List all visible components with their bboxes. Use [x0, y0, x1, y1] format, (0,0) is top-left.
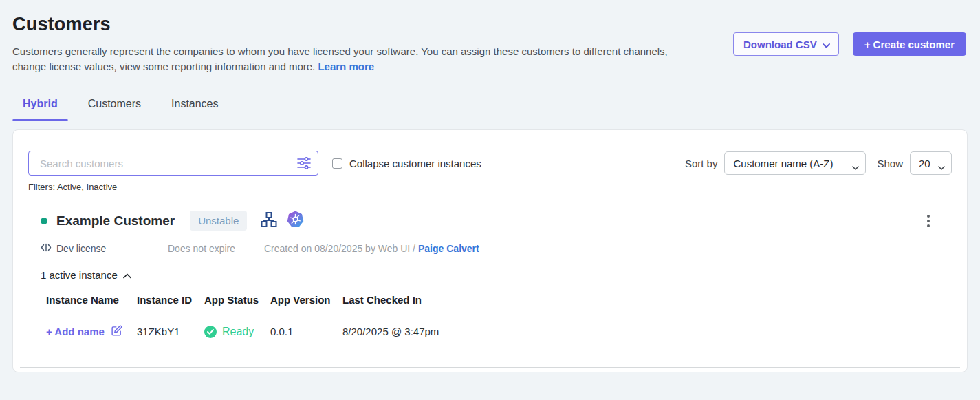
- show-label: Show: [877, 158, 903, 169]
- app-version-cell: 0.0.1: [270, 326, 342, 337]
- chevron-down-icon: [823, 39, 830, 50]
- license-expiration: Does not expire: [168, 243, 264, 254]
- col-header-app-status: App Status: [204, 294, 270, 306]
- license-type-label: Dev license: [56, 243, 106, 254]
- add-name-link[interactable]: + Add name: [46, 325, 122, 339]
- sitemap-icon: [261, 211, 277, 231]
- active-filters-text: Filters: Active, Inactive: [28, 182, 952, 192]
- download-csv-button[interactable]: Download CSV: [733, 32, 839, 56]
- sort-select[interactable]: Customer name (A-Z): [724, 151, 866, 175]
- check-circle-icon: [204, 326, 217, 338]
- customer-row: Example Customer Unstable: [28, 211, 952, 281]
- status-ready-label: Ready: [222, 326, 254, 338]
- edit-pencil-icon: [111, 325, 122, 339]
- col-header-instance-id: Instance ID: [137, 294, 204, 306]
- search-wrap: [28, 151, 318, 176]
- collapse-instances-checkbox[interactable]: [332, 158, 342, 169]
- customer-meta-row: Dev license Does not expire Created on 0…: [41, 242, 952, 255]
- col-header-last-checked-in: Last Checked In: [342, 294, 935, 306]
- collapse-instances-label: Collapse customer instances: [349, 158, 481, 169]
- show-select[interactable]: 20: [910, 151, 952, 175]
- header-actions: Download CSV + Create customer: [733, 32, 966, 56]
- code-license-icon: [41, 242, 52, 255]
- create-customer-button[interactable]: + Create customer: [853, 32, 966, 56]
- app-status-cell: Ready: [204, 325, 270, 338]
- sort-select-wrap: Customer name (A-Z): [724, 151, 866, 175]
- col-header-app-version: App Version: [270, 294, 342, 306]
- tab-instances[interactable]: Instances: [161, 98, 228, 120]
- instances-table-header: Instance Name Instance ID App Status App…: [46, 294, 935, 306]
- instance-id-cell: 31ZKbY1: [137, 326, 204, 337]
- tab-customers[interactable]: Customers: [78, 98, 151, 120]
- instance-name-cell: + Add name: [46, 325, 137, 339]
- instances-summary-toggle[interactable]: 1 active instance: [41, 269, 952, 281]
- customer-type-icons: [261, 211, 304, 231]
- chevron-up-icon: [123, 269, 131, 281]
- search-input[interactable]: [28, 151, 318, 176]
- customer-name[interactable]: Example Customer: [56, 213, 175, 229]
- table-row: + Add name 31ZKbY1 Ready: [46, 315, 935, 348]
- instances-table: Instance Name Instance ID App Status App…: [46, 294, 935, 348]
- download-csv-label: Download CSV: [743, 39, 817, 50]
- created-by-link[interactable]: Paige Calvert: [418, 243, 479, 254]
- col-header-instance-name: Instance Name: [46, 294, 137, 306]
- customers-card: Collapse customer instances Sort by Cust…: [12, 129, 968, 372]
- collapse-group: Collapse customer instances: [332, 158, 481, 169]
- kubernetes-icon: [287, 211, 304, 231]
- tab-hybrid[interactable]: Hybrid: [12, 98, 68, 120]
- toolbar: Collapse customer instances Sort by Cust…: [28, 151, 952, 176]
- created-info: Created on 08/20/2025 by Web UI /Paige C…: [264, 243, 479, 254]
- last-checked-in-cell: 8/20/2025 @ 3:47pm: [342, 326, 935, 337]
- status-ready: Ready: [204, 326, 254, 338]
- add-name-label: + Add name: [46, 326, 105, 337]
- created-info-text: Created on 08/20/2025 by Web UI /: [264, 243, 415, 254]
- create-customer-label: + Create customer: [864, 39, 955, 50]
- channel-badge: Unstable: [190, 211, 247, 231]
- tab-bar: Hybrid Customers Instances: [12, 98, 968, 120]
- filter-sliders-icon[interactable]: [296, 156, 312, 173]
- instances-summary-label: 1 active instance: [41, 269, 118, 281]
- customer-name-row: Example Customer Unstable: [41, 211, 952, 231]
- sort-by-label: Sort by: [685, 158, 718, 169]
- kebab-menu-icon[interactable]: [924, 212, 933, 230]
- show-select-wrap: 20: [910, 151, 952, 175]
- page-description: Customers generally represent the compan…: [12, 44, 674, 74]
- active-status-dot: [41, 218, 47, 224]
- toolbar-right: Sort by Customer name (A-Z) Show 20: [685, 151, 952, 175]
- card-bottom-divider: [20, 367, 960, 368]
- learn-more-link[interactable]: Learn more: [318, 61, 374, 72]
- table-divider: [46, 348, 935, 348]
- license-type: Dev license: [41, 242, 168, 255]
